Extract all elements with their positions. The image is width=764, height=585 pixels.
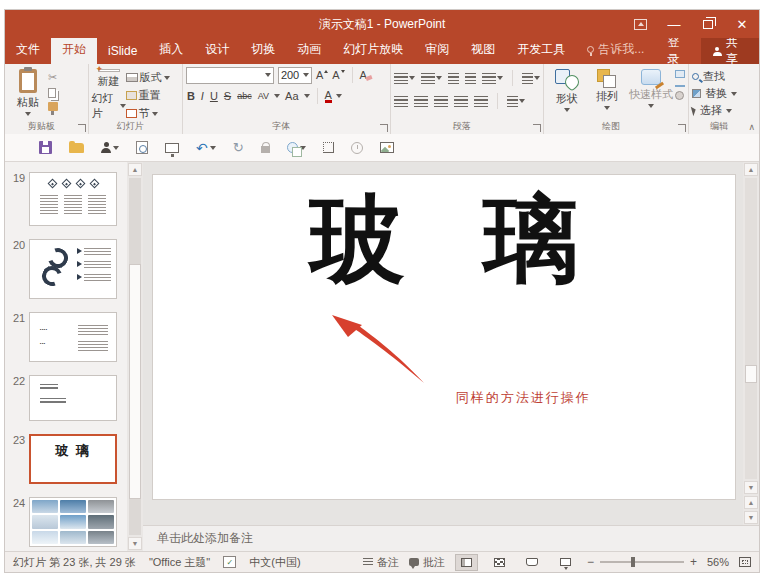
format-painter-icon[interactable] <box>48 102 58 111</box>
scroll-up-button[interactable]: ▲ <box>128 163 142 176</box>
redo-button[interactable]: ↻ <box>233 142 244 154</box>
tab-home[interactable]: 开始 <box>51 36 97 64</box>
cut-icon[interactable]: ✂ <box>48 71 58 84</box>
tab-animations[interactable]: 动画 <box>286 36 332 64</box>
crop-button[interactable] <box>323 142 334 153</box>
zoom-slider-thumb[interactable] <box>631 557 635 567</box>
previous-slide-button[interactable]: ▲ <box>744 496 758 509</box>
minimize-button[interactable]: — <box>657 10 691 38</box>
paragraph-dialog-launcher[interactable] <box>533 124 541 132</box>
tab-developer[interactable]: 开发工具 <box>506 36 576 64</box>
tab-slideshow[interactable]: 幻灯片放映 <box>332 36 414 64</box>
zoom-out-button[interactable]: − <box>587 555 594 569</box>
quick-styles-button[interactable]: 快速样式 <box>627 67 675 121</box>
columns-button[interactable] <box>474 96 488 107</box>
shrink-font-button[interactable]: A <box>332 69 344 81</box>
tab-view[interactable]: 视图 <box>460 36 506 64</box>
font-size-combo[interactable]: 200 <box>278 67 312 84</box>
shape-effects-button[interactable] <box>675 91 684 100</box>
next-slide-button[interactable]: ▼ <box>744 511 758 524</box>
share-button[interactable]: 共享 <box>701 38 759 64</box>
undo-button[interactable]: ↶ <box>196 142 216 154</box>
protect-button[interactable] <box>261 142 270 153</box>
grow-font-button[interactable]: A <box>316 69 328 81</box>
slide-sorter-view-button[interactable] <box>488 554 511 571</box>
convert-smartart-button[interactable] <box>507 96 525 107</box>
restore-button[interactable] <box>691 10 725 38</box>
comments-toggle-button[interactable]: 批注 <box>409 555 445 570</box>
numbering-button[interactable] <box>421 73 442 84</box>
thumbnail-slide-24[interactable]: 24 <box>5 497 127 547</box>
scrollbar-thumb[interactable] <box>129 264 141 500</box>
start-slideshow-button[interactable] <box>165 143 179 153</box>
notes-pane[interactable]: 单击此处添加备注 <box>143 525 759 551</box>
shape-outline-button[interactable] <box>675 85 685 87</box>
print-preview-button[interactable] <box>136 141 148 154</box>
reading-view-button[interactable] <box>521 554 544 571</box>
increase-indent-button[interactable] <box>465 73 476 84</box>
thumbnail-slide-20[interactable]: 20 <box>5 239 127 299</box>
drawing-dialog-launcher[interactable] <box>678 124 686 132</box>
slide-canvas[interactable]: 玻 璃 同样的方法进行操作 <box>153 175 735 499</box>
presenter-view-button[interactable] <box>101 142 119 153</box>
paste-button[interactable]: 粘贴 <box>8 67 48 121</box>
tab-islide[interactable]: iSlide <box>97 39 148 64</box>
select-button[interactable]: 选择 <box>692 103 756 118</box>
change-case-button[interactable]: Aa <box>284 90 299 102</box>
tell-me-box[interactable]: 告诉我... <box>576 36 655 64</box>
spellcheck-icon[interactable]: ✓ <box>223 556 236 568</box>
tab-insert[interactable]: 插入 <box>148 36 194 64</box>
bold-button[interactable]: B <box>186 90 196 102</box>
language-indicator[interactable]: 中文(中国) <box>249 555 300 570</box>
thumbnail-slide-21[interactable]: 21 ▪▪▪▪▪▪▪ <box>5 312 127 362</box>
save-button[interactable] <box>39 141 52 154</box>
history-button[interactable] <box>351 142 363 154</box>
slideshow-view-button[interactable] <box>554 554 577 571</box>
slide-title-text[interactable]: 玻 璃 <box>153 177 735 305</box>
shape-fill-button[interactable] <box>675 70 685 78</box>
bullets-button[interactable] <box>394 73 415 84</box>
align-center-button[interactable] <box>414 96 428 107</box>
copy-icon[interactable] <box>48 88 56 98</box>
font-dialog-launcher[interactable] <box>380 124 388 132</box>
thumbnail-slide-23-selected[interactable]: 23 玻 璃 <box>5 434 127 484</box>
text-direction-button[interactable] <box>522 73 540 84</box>
zoom-in-button[interactable]: + <box>690 555 697 569</box>
open-button[interactable] <box>69 143 84 153</box>
decrease-indent-button[interactable] <box>448 73 459 84</box>
normal-view-button[interactable] <box>455 554 478 571</box>
arrange-button[interactable]: 排列 <box>587 67 627 121</box>
find-button[interactable]: 查找 <box>692 69 756 84</box>
zoom-percentage[interactable]: 56% <box>707 556 729 568</box>
theme-name[interactable]: "Office 主题" <box>149 555 210 570</box>
tab-design[interactable]: 设计 <box>194 36 240 64</box>
scroll-down-button[interactable]: ▼ <box>744 481 758 494</box>
character-spacing-button[interactable]: AV <box>257 91 270 101</box>
align-left-button[interactable] <box>394 96 408 107</box>
tab-transitions[interactable]: 切换 <box>240 36 286 64</box>
fit-to-window-button[interactable] <box>739 557 751 567</box>
scrollbar-thumb[interactable] <box>745 365 757 383</box>
scroll-up-button[interactable]: ▲ <box>744 163 758 176</box>
thumbnail-slide-22[interactable]: 22 <box>5 375 127 421</box>
thumbnail-slide-19[interactable]: 19 <box>5 172 127 226</box>
reset-button[interactable]: 重置 <box>126 88 170 103</box>
clear-formatting-button[interactable]: A <box>360 69 367 81</box>
insert-picture-button[interactable] <box>380 142 394 153</box>
scrollbar-track[interactable] <box>129 178 141 535</box>
font-name-combo[interactable] <box>186 67 274 84</box>
shadow-strike-button[interactable]: S <box>223 90 232 102</box>
collapse-ribbon-button[interactable]: ∧ <box>748 122 755 132</box>
align-right-button[interactable] <box>434 96 448 107</box>
thumbnail-scrollbar[interactable]: ▲ ▼ <box>127 162 143 551</box>
justify-button[interactable] <box>454 96 468 107</box>
new-slide-button[interactable]: 新建 幻灯片 <box>92 67 126 121</box>
layout-button[interactable]: 版式 <box>126 70 170 85</box>
section-button[interactable]: 节 <box>126 106 170 121</box>
font-color-button[interactable]: A <box>325 90 332 103</box>
scroll-down-button[interactable]: ▼ <box>128 537 142 550</box>
insert-shape-button[interactable] <box>287 142 306 153</box>
underline-button[interactable]: U <box>209 90 219 102</box>
scrollbar-track[interactable] <box>745 178 757 479</box>
slide-annotation-text[interactable]: 同样的方法进行操作 <box>456 389 591 407</box>
